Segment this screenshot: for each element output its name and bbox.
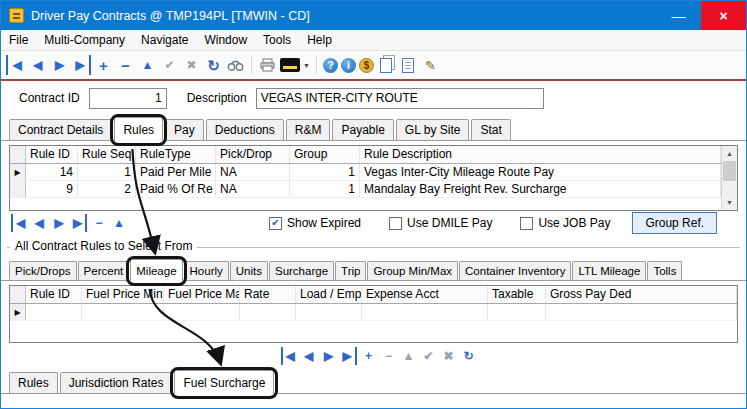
- col-gross-pay-ded[interactable]: Gross Pay Ded: [546, 286, 737, 303]
- minimize-button[interactable]: —: [656, 1, 701, 30]
- contract-id-input[interactable]: [89, 88, 167, 109]
- nav-move-up-icon[interactable]: ▲: [401, 347, 417, 365]
- nav-move-up-icon[interactable]: ▲: [111, 214, 127, 232]
- use-dmile-pay-label: Use DMILE Pay: [407, 216, 492, 230]
- nav-first-icon[interactable]: ◀: [11, 214, 27, 232]
- scroll-track[interactable]: [722, 181, 737, 195]
- money-bag-icon[interactable]: $: [359, 58, 374, 73]
- tab-payable[interactable]: Payable: [332, 119, 393, 140]
- nav-cancel-icon[interactable]: ✖: [441, 347, 457, 365]
- tab-jurisdiction-rates[interactable]: Jurisdiction Rates: [60, 372, 173, 393]
- screens-menu-icon[interactable]: [280, 58, 300, 72]
- app-window: Driver Pay Contracts @ TMP194PL [TMWIN -…: [0, 0, 747, 409]
- tab-stat[interactable]: Stat: [471, 119, 510, 140]
- nav-add-icon[interactable]: +: [361, 347, 377, 365]
- tab-rules[interactable]: Rules: [114, 117, 163, 141]
- tab-units[interactable]: Units: [230, 261, 268, 280]
- menu-item-help[interactable]: Help: [299, 30, 340, 51]
- select-rules-grid: Rule ID Fuel Price Min Fuel Price Max Ra…: [9, 285, 738, 343]
- screens-dropdown-icon[interactable]: ▼: [303, 62, 310, 69]
- show-expired-checkbox[interactable]: ✔ Show Expired: [269, 216, 361, 230]
- menu-item-window[interactable]: Window: [196, 30, 255, 51]
- print-icon[interactable]: [258, 55, 277, 75]
- table-row[interactable]: 9 2 Paid % Of Re NA 1 Mandalay Bay Freig…: [10, 181, 721, 198]
- col-rule-seq[interactable]: Rule Seq: [78, 146, 136, 163]
- tab-contract-details[interactable]: Contract Details: [9, 119, 112, 140]
- add-record-icon[interactable]: +: [94, 55, 113, 75]
- tab-rules-bottom[interactable]: Rules: [9, 372, 58, 393]
- scroll-down-icon[interactable]: ▼: [722, 195, 737, 210]
- nav-last-icon[interactable]: ▶: [71, 214, 87, 232]
- edit-notes-icon[interactable]: ✎: [421, 55, 440, 75]
- tab-pay[interactable]: Pay: [165, 119, 204, 140]
- section-title: All Contract Rules to Select From: [10, 239, 197, 253]
- grid-cell: [164, 304, 240, 320]
- tab-rm[interactable]: R&M: [286, 119, 331, 140]
- refresh-icon[interactable]: ↻: [204, 55, 223, 75]
- nav-prior-icon[interactable]: ◀: [301, 347, 317, 365]
- menu-item-navigate[interactable]: Navigate: [133, 30, 196, 51]
- grid-cell: 2: [78, 181, 136, 197]
- report-page-icon[interactable]: [399, 55, 418, 75]
- about-info-icon[interactable]: i: [341, 58, 356, 73]
- nav-delete-icon[interactable]: −: [91, 214, 107, 232]
- menu-item-tools[interactable]: Tools: [255, 30, 299, 51]
- col-load-empty[interactable]: Load / Empt: [296, 286, 362, 303]
- tab-percent[interactable]: Percent: [78, 261, 130, 280]
- save-icon[interactable]: ✔: [160, 55, 179, 75]
- tab-hourly[interactable]: Hourly: [184, 261, 229, 280]
- last-record-icon[interactable]: ▶: [72, 55, 91, 75]
- nav-first-icon[interactable]: ◀: [281, 347, 297, 365]
- nav-next-icon[interactable]: ▶: [321, 347, 337, 365]
- table-row[interactable]: ▶ 14 1 Paid Per Mile NA 1 Vegas Inter-Ci…: [10, 164, 721, 181]
- tab-tolls[interactable]: Tolls: [647, 261, 682, 280]
- nav-save-icon[interactable]: ✔: [421, 347, 437, 365]
- col-rule-id[interactable]: Rule ID: [26, 146, 78, 163]
- first-record-icon[interactable]: ◀: [6, 55, 25, 75]
- tab-surcharge[interactable]: Surcharge: [269, 261, 334, 280]
- tab-group-min-max[interactable]: Group Min/Max: [367, 261, 458, 280]
- tab-mileage[interactable]: Mileage: [130, 259, 182, 281]
- cancel-icon[interactable]: ✖: [182, 55, 201, 75]
- col-rate[interactable]: Rate: [240, 286, 296, 303]
- description-input[interactable]: [256, 88, 544, 109]
- tab-fuel-surcharge[interactable]: Fuel Surcharge: [174, 370, 274, 394]
- tab-pick-drops[interactable]: Pick/Drops: [9, 261, 77, 280]
- move-up-icon[interactable]: ▲: [138, 55, 157, 75]
- prior-record-icon[interactable]: ◀: [28, 55, 47, 75]
- tab-deductions[interactable]: Deductions: [206, 119, 284, 140]
- menu-item-file[interactable]: File: [1, 30, 36, 51]
- tab-gl-by-site[interactable]: GL by Site: [396, 119, 470, 140]
- next-record-icon[interactable]: ▶: [50, 55, 69, 75]
- nav-prior-icon[interactable]: ◀: [31, 214, 47, 232]
- find-binoculars-icon[interactable]: [226, 55, 245, 75]
- col-fuel-price-max[interactable]: Fuel Price Max: [164, 286, 240, 303]
- scroll-up-icon[interactable]: ▲: [722, 146, 737, 161]
- col-rule-id[interactable]: Rule ID: [26, 286, 82, 303]
- col-pick-drop[interactable]: Pick/Drop: [216, 146, 290, 163]
- col-rule-type[interactable]: RuleType: [136, 146, 216, 163]
- delete-record-icon[interactable]: −: [116, 55, 135, 75]
- vertical-scrollbar[interactable]: ▲ ▼: [721, 146, 737, 210]
- close-button[interactable]: ×: [701, 1, 746, 30]
- scroll-thumb[interactable]: [723, 161, 736, 181]
- use-dmile-pay-checkbox[interactable]: Use DMILE Pay: [389, 216, 492, 230]
- col-expense-acct[interactable]: Expense Acct: [362, 286, 488, 303]
- col-group[interactable]: Group: [290, 146, 360, 163]
- table-row[interactable]: ▶: [10, 304, 737, 321]
- nav-delete-icon[interactable]: −: [381, 347, 397, 365]
- col-fuel-price-min[interactable]: Fuel Price Min: [82, 286, 164, 303]
- tab-ltl-mileage[interactable]: LTL Mileage: [572, 261, 646, 280]
- col-rule-description[interactable]: Rule Description: [360, 146, 721, 163]
- nav-next-icon[interactable]: ▶: [51, 214, 67, 232]
- tab-container-inventory[interactable]: Container Inventory: [459, 261, 571, 280]
- web-help-icon[interactable]: ?: [323, 58, 338, 73]
- copy-pages-icon[interactable]: [377, 55, 396, 75]
- nav-last-icon[interactable]: ▶: [341, 347, 357, 365]
- tab-trip[interactable]: Trip: [335, 261, 366, 280]
- nav-refresh-icon[interactable]: ↻: [461, 347, 477, 365]
- menu-item-multi-company[interactable]: Multi-Company: [36, 30, 133, 51]
- group-ref-button[interactable]: Group Ref.: [632, 212, 717, 234]
- col-taxable[interactable]: Taxable: [488, 286, 546, 303]
- use-job-pay-checkbox[interactable]: Use JOB Pay: [520, 216, 610, 230]
